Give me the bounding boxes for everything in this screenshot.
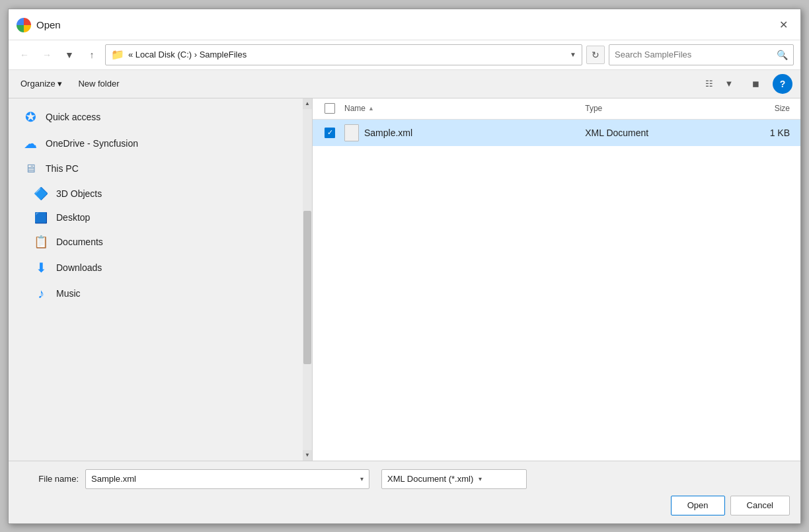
sidebar-item-label-3d-objects: 3D Objects xyxy=(56,188,102,199)
file-checkbox-cell[interactable]: ✓ xyxy=(318,128,342,138)
this-pc-icon: 🖥 xyxy=(22,162,39,176)
sidebar-item-label-quick-access: Quick access xyxy=(46,112,100,122)
file-type-dropdown-icon: ▾ xyxy=(479,475,482,482)
sidebar-item-documents[interactable]: 📋 Documents xyxy=(9,229,312,254)
column-type[interactable]: Type xyxy=(582,104,729,113)
file-name-label: File name: xyxy=(19,474,79,484)
sidebar-scroll: ✪ Quick access ☁ OneDrive - Syncfusion 🖥… xyxy=(9,98,312,461)
forward-button[interactable]: → xyxy=(38,46,56,64)
scrollbar-track xyxy=(303,109,312,450)
help-button[interactable]: ? xyxy=(773,74,792,94)
dialog-title: Open xyxy=(36,19,61,30)
sidebar-scrollbar: ▲ ▼ xyxy=(303,98,312,461)
file-list-header: Name ▲ Type Size xyxy=(313,98,800,120)
refresh-button[interactable]: ↻ xyxy=(586,46,605,64)
column-name[interactable]: Name ▲ xyxy=(342,104,582,113)
sidebar-item-music[interactable]: ♪ Music xyxy=(9,281,312,307)
file-doc-icon xyxy=(344,124,359,141)
bottom-row2: Open Cancel xyxy=(19,496,790,515)
main-area: ✪ Quick access ☁ OneDrive - Syncfusion 🖥… xyxy=(9,98,800,461)
file-name-dropdown-icon: ▾ xyxy=(360,475,364,482)
file-name-value: Sample.xml xyxy=(91,474,356,484)
up-button[interactable]: ↑ xyxy=(83,46,101,64)
open-button[interactable]: Open xyxy=(671,496,725,515)
dropdown-button[interactable]: ▼ xyxy=(60,46,79,64)
documents-icon: 📋 xyxy=(32,235,50,249)
sidebar-item-this-pc[interactable]: 🖥 This PC xyxy=(9,157,312,181)
sidebar-item-downloads[interactable]: ⬇ Downloads xyxy=(9,254,312,281)
file-name: Sample.xml xyxy=(364,128,412,138)
sidebar-item-desktop[interactable]: 🟦 Desktop xyxy=(9,206,312,229)
sort-arrow: ▲ xyxy=(368,105,374,112)
close-button[interactable]: ✕ xyxy=(774,16,792,34)
sidebar-item-label-documents: Documents xyxy=(56,237,103,247)
sidebar-item-label-this-pc: This PC xyxy=(46,163,79,174)
bottom-bar: File name: Sample.xml ▾ XML Document (*.… xyxy=(9,461,800,523)
sidebar-item-label-downloads: Downloads xyxy=(56,262,102,273)
search-input[interactable] xyxy=(615,50,774,59)
file-type-cell: XML Document xyxy=(582,128,729,138)
sidebar-item-onedrive[interactable]: ☁ OneDrive - Syncfusion xyxy=(9,130,312,157)
back-button[interactable]: ← xyxy=(15,46,34,64)
music-icon: ♪ xyxy=(32,286,50,301)
chrome-icon xyxy=(17,18,31,32)
title-bar: Open ✕ xyxy=(9,9,800,40)
open-dialog: Open ✕ ← → ▼ ↑ 📁 « Local Disk (C:) › Sam… xyxy=(8,9,801,524)
toolbar: Organize ▾ New folder ☷ ▼ ◼ ? xyxy=(9,70,800,98)
title-left: Open xyxy=(17,18,61,32)
bottom-row1: File name: Sample.xml ▾ XML Document (*.… xyxy=(19,469,790,489)
view-btn-group: ☷ ▼ xyxy=(700,75,738,93)
desktop-icon: 🟦 xyxy=(32,211,50,224)
file-list: Name ▲ Type Size ✓ Sample.xml xyxy=(313,98,800,461)
path-text: « Local Disk (C:) › SampleFiles xyxy=(128,50,566,59)
select-all-checkbox[interactable] xyxy=(325,103,335,114)
address-bar: ← → ▼ ↑ 📁 « Local Disk (C:) › SampleFile… xyxy=(9,40,800,70)
sidebar-item-3d-objects[interactable]: 🔷 3D Objects xyxy=(9,181,312,206)
scroll-down-arrow[interactable]: ▼ xyxy=(303,450,312,461)
quick-access-icon: ✪ xyxy=(22,109,39,125)
onedrive-icon: ☁ xyxy=(22,135,39,151)
file-size-cell: 1 KB xyxy=(729,128,795,138)
search-box[interactable]: 🔍 xyxy=(609,44,794,65)
sidebar-item-quick-access[interactable]: ✪ Quick access xyxy=(9,104,312,130)
scrollbar-thumb[interactable] xyxy=(303,211,311,364)
file-name-input[interactable]: Sample.xml ▾ xyxy=(85,469,369,489)
scroll-up-arrow[interactable]: ▲ xyxy=(303,98,312,109)
new-folder-button[interactable]: New folder xyxy=(74,77,123,91)
organize-button[interactable]: Organize ▾ xyxy=(17,77,66,91)
folder-icon: 📁 xyxy=(111,48,124,61)
file-checkbox[interactable]: ✓ xyxy=(325,128,335,138)
sidebar-item-label-desktop: Desktop xyxy=(56,212,90,223)
header-check[interactable] xyxy=(318,103,342,114)
view-dropdown-button[interactable]: ▼ xyxy=(720,75,738,93)
table-row[interactable]: ✓ Sample.xml XML Document 1 KB xyxy=(313,120,800,146)
file-name-cell: Sample.xml xyxy=(342,124,582,141)
sidebar: ✪ Quick access ☁ OneDrive - Syncfusion 🖥… xyxy=(9,98,313,461)
list-view-button[interactable]: ☷ xyxy=(700,75,718,93)
search-icon: 🔍 xyxy=(777,50,788,60)
downloads-icon: ⬇ xyxy=(32,260,50,276)
file-type-value: XML Document (*.xml) xyxy=(387,474,473,484)
path-dropdown-icon: ▼ xyxy=(570,51,576,58)
cancel-button[interactable]: Cancel xyxy=(730,496,790,515)
3d-objects-icon: 🔷 xyxy=(32,186,50,201)
sidebar-item-label-music: Music xyxy=(56,288,81,299)
path-box[interactable]: 📁 « Local Disk (C:) › SampleFiles ▼ xyxy=(105,44,582,65)
file-type-select[interactable]: XML Document (*.xml) ▾ xyxy=(381,469,527,489)
column-size[interactable]: Size xyxy=(729,104,795,113)
preview-view-button[interactable]: ◼ xyxy=(746,75,765,93)
sidebar-item-label-onedrive: OneDrive - Syncfusion xyxy=(46,138,138,149)
